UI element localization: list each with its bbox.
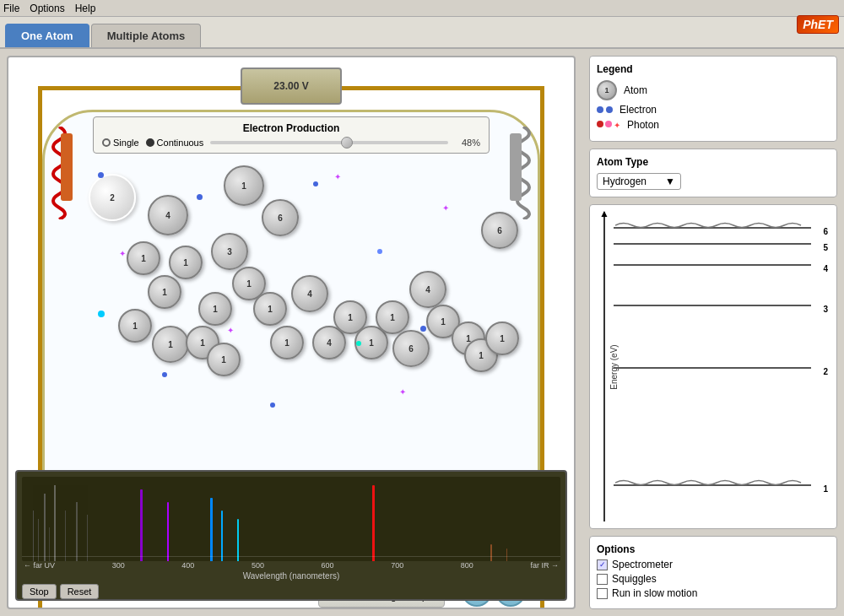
spectrum-labels: ← far UV 300 400 500 600 700 800 far IR … — [22, 561, 560, 570]
photon-legend-icon: ✦ — [597, 121, 620, 130]
atom-type-section: Atom Type Hydrogen ▼ — [589, 149, 837, 197]
energy-level-3 — [614, 305, 811, 306]
reset-button[interactable]: Reset — [60, 584, 100, 599]
atom-3[interactable]: 6 — [262, 199, 299, 236]
energy-axis-arrow-up: ▲ — [599, 208, 609, 219]
menubar: File Options Help — [0, 0, 844, 17]
main-layout: 23.00 V Electron Producti — [0, 49, 844, 616]
atom-16[interactable]: 4 — [291, 275, 328, 312]
spectral-line-blue — [210, 498, 213, 561]
photon-particle: ✦ — [442, 203, 449, 213]
atom-20[interactable]: 1 — [376, 300, 409, 334]
energy-level-num-6: 6 — [823, 227, 828, 236]
tab-multiple-atoms[interactable]: Multiple Atoms — [91, 24, 202, 47]
battery: 23.00 V — [241, 68, 342, 105]
atom-14[interactable]: 1 — [253, 292, 287, 326]
photon-particle: ✦ — [227, 326, 234, 335]
atoms-area: 2416111111113111441116411161 ✦ ✦ ✦ ✦ ✦ — [76, 157, 506, 464]
atom-26[interactable]: 6 — [481, 212, 518, 249]
photon-particle: ✦ — [399, 387, 406, 397]
options-title: Options — [597, 543, 830, 555]
spectrometer-panel: ← far UV 300 400 500 600 700 800 far IR … — [15, 470, 567, 601]
atom-7[interactable]: 1 — [118, 309, 152, 343]
electron-particle — [197, 194, 203, 200]
energy-level-num-3: 3 — [823, 305, 828, 314]
energy-axis-line — [603, 212, 605, 521]
atom-27[interactable]: 1 — [485, 322, 519, 355]
atom-9[interactable]: 1 — [198, 292, 232, 326]
tab-one-atom[interactable]: One Atom — [5, 24, 89, 47]
energy-level-4 — [614, 264, 811, 266]
menu-help[interactable]: Help — [75, 3, 96, 14]
spectrometer-label: Spectrometer — [612, 559, 673, 570]
legend-photon: ✦ Photon — [597, 119, 830, 131]
atom-2[interactable]: 1 — [224, 165, 264, 206]
spectral-line-ir — [490, 544, 492, 561]
radio-continuous-btn[interactable] — [146, 138, 154, 147]
energy-level-2 — [614, 367, 811, 369]
atom-11[interactable]: 1 — [207, 343, 241, 376]
atom-12[interactable]: 3 — [211, 233, 248, 270]
spectrometer-option[interactable]: ✓ Spectrometer — [597, 559, 830, 570]
atom-1[interactable]: 4 — [148, 195, 188, 235]
electron-particle — [270, 403, 275, 408]
electron-production-panel: Electron Production Single Continuous 48… — [93, 116, 490, 154]
spectral-line-blue2 — [221, 511, 223, 561]
radio-single[interactable]: Single — [102, 138, 139, 148]
electron-prod-controls: Single Continuous 48% — [102, 138, 480, 148]
atom-type-title: Atom Type — [597, 156, 830, 168]
atom-22[interactable]: 4 — [409, 271, 446, 308]
spectral-line-violet — [140, 489, 143, 561]
left-panel: 23.00 V Electron Producti — [0, 49, 582, 616]
phet-logo: PhET — [797, 15, 839, 34]
energy-level-5 — [614, 243, 811, 245]
atom-legend-icon: 1 — [597, 80, 617, 100]
legend-electron: Electron — [597, 104, 830, 116]
menu-file[interactable]: File — [3, 3, 19, 14]
radio-single-btn[interactable] — [102, 138, 111, 147]
atom-15[interactable]: 1 — [270, 326, 304, 359]
atom-type-dropdown[interactable]: Hydrogen ▼ — [597, 173, 681, 190]
atom-8[interactable]: 1 — [152, 326, 189, 363]
electron-prod-title: Electron Production — [102, 122, 480, 134]
energy-level-top-coil — [615, 221, 811, 230]
photon-particle: ✦ — [119, 249, 126, 258]
electron-particle — [313, 181, 318, 186]
atom-6[interactable]: 1 — [169, 246, 203, 279]
menu-options[interactable]: Options — [30, 3, 64, 14]
atom-4[interactable]: 1 — [127, 241, 160, 275]
energy-levels-section: Energy (eV) 6 5 4 3 2 — [589, 204, 837, 529]
photon-cyan — [356, 341, 361, 346]
slider-thumb[interactable] — [341, 137, 353, 149]
legend-section: Legend 1 Atom Electron ✦ Photon — [589, 56, 837, 142]
atom-type-select-area: Hydrogen ▼ — [597, 173, 830, 190]
simulation-area: 23.00 V Electron Producti — [7, 56, 576, 609]
tabs-bar: One Atom Multiple Atoms PhET — [0, 17, 844, 49]
atom-0[interactable]: 2 — [89, 174, 136, 221]
photon-cyan — [98, 311, 105, 317]
atom-21[interactable]: 6 — [392, 330, 430, 367]
energy-level-num-4: 4 — [823, 264, 828, 273]
energy-level-num-5: 5 — [823, 243, 828, 252]
spectrometer-buttons: Stop Reset — [22, 584, 560, 599]
energy-level-num-2: 2 — [823, 367, 828, 376]
radio-continuous[interactable]: Continuous — [146, 138, 204, 148]
spectral-line-violet2 — [167, 502, 169, 561]
energy-levels-area: 6 5 4 3 2 1 — [614, 212, 830, 521]
spectrum-display — [22, 477, 560, 561]
electron-legend-icon — [597, 106, 613, 113]
spectrometer-checkbox[interactable]: ✓ — [597, 559, 608, 570]
photon-particle: ✦ — [334, 172, 341, 181]
energy-level-num-1: 1 — [823, 484, 828, 494]
stop-button[interactable]: Stop — [22, 584, 57, 599]
electron-particle — [162, 372, 167, 377]
energy-level-1-coil — [615, 478, 811, 487]
legend-atom: 1 Atom — [597, 80, 830, 100]
wavelength-label: Wavelength (nanometers) — [22, 571, 560, 581]
electron-speed-slider[interactable] — [210, 141, 448, 144]
electron-particle — [98, 172, 104, 178]
electrode-right — [510, 133, 522, 201]
right-panel: Legend 1 Atom Electron ✦ Photon — [582, 49, 844, 616]
legend-title: Legend — [597, 63, 830, 75]
atom-5[interactable]: 1 — [148, 275, 181, 309]
